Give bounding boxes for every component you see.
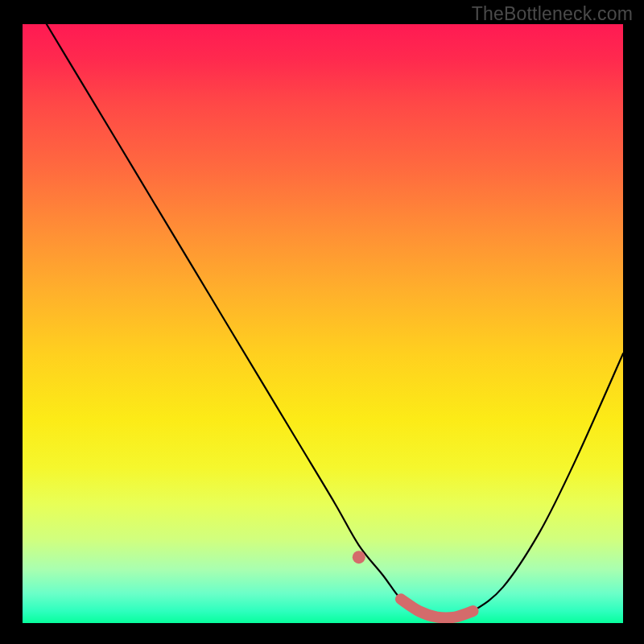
curve-layer [23,24,623,623]
bottleneck-curve [47,24,623,618]
chart-canvas: TheBottleneck.com [0,0,644,644]
optimal-range-highlight [401,599,473,617]
watermark-label: TheBottleneck.com [472,3,633,25]
plot-area [23,24,623,623]
optimal-point-marker [353,551,365,564]
